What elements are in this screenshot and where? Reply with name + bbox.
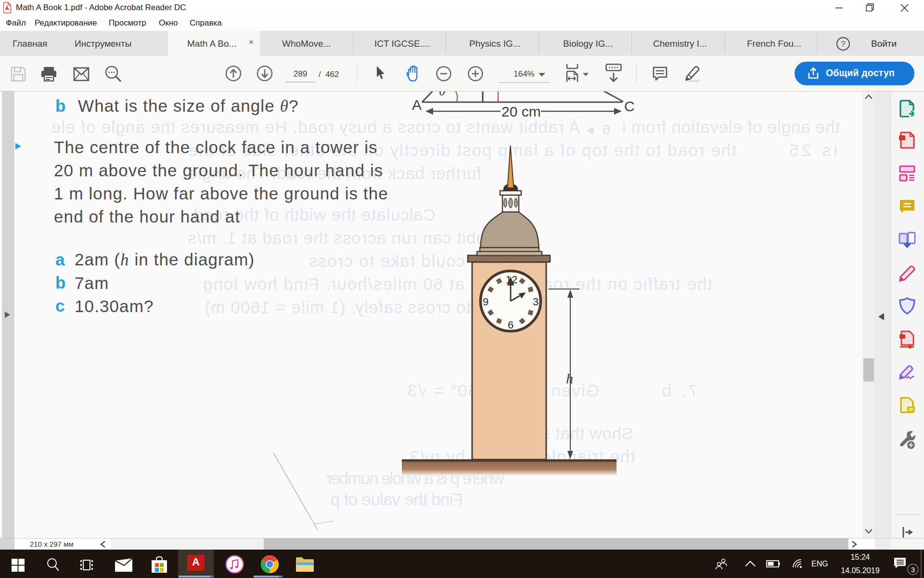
svg-text:C: C <box>624 98 635 114</box>
svg-text:?: ? <box>841 39 845 49</box>
svg-text:3: 3 <box>533 296 539 308</box>
svg-text:θ: θ <box>439 92 446 98</box>
svg-text:3: 3 <box>911 565 915 574</box>
svg-text:6: 6 <box>508 319 513 331</box>
svg-text:A: A <box>412 97 422 113</box>
svg-text:20 cm: 20 cm <box>501 104 541 119</box>
svg-text:h: h <box>566 370 573 386</box>
svg-text:9: 9 <box>483 296 488 308</box>
